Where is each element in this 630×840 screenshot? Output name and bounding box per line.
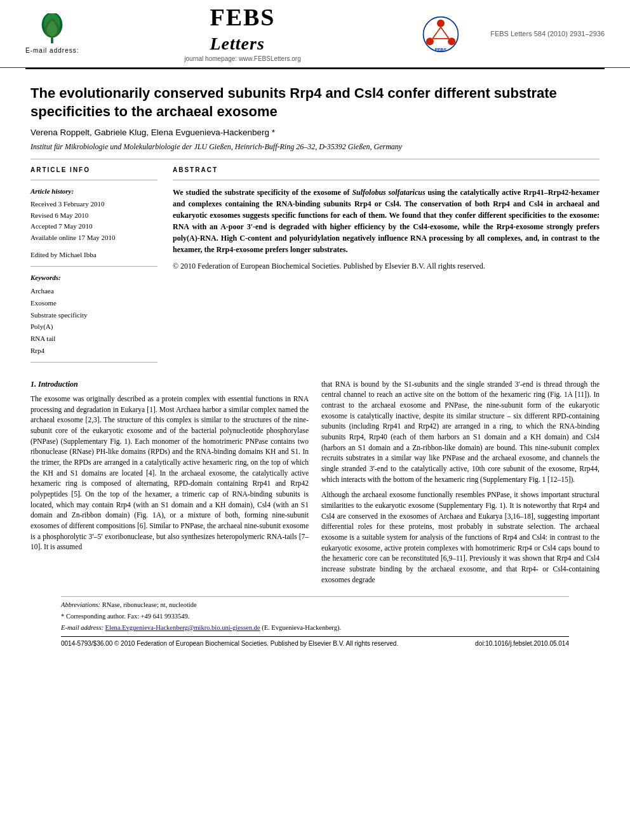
keywords-label: Keywords: (30, 273, 158, 283)
abbreviations: Abbreviations: RNase, ribonuclease; nt, … (61, 601, 569, 610)
available-date: Available online 17 May 2010 (30, 232, 158, 244)
keyword-polya: Poly(A) (30, 321, 158, 333)
svg-point-4 (437, 20, 445, 27)
svg-point-6 (426, 37, 434, 45)
abstract-label: ABSTRACT (173, 166, 600, 175)
doi: doi:10.1016/j.febslet.2010.05.014 (475, 639, 569, 648)
article-info-label: ARTICLE INFO (30, 166, 158, 175)
febs-logo-text: FEBSLetters (210, 5, 275, 53)
received-date: Received 3 February 2010 (30, 199, 158, 210)
journal-citation: FEBS Letters 584 (2010) 2931–2936 (460, 29, 605, 39)
body-right-column: that RNA is bound by the S1-subunits and… (321, 379, 600, 590)
elsevier-logo-container: E-mail address: (25, 13, 170, 55)
page-footer: Abbreviations: RNase, ribonuclease; nt, … (61, 596, 569, 632)
corresponding-author: * Corresponding author. Fax: +49 641 993… (61, 612, 569, 622)
intro-paragraph-1: The exosome was originally described as … (30, 394, 309, 552)
febs-letters-logo: FEBSLetters journal homepage: www.FEBSLe… (170, 5, 315, 63)
abstract-separator (173, 180, 600, 180)
keyword-rna-tail: RNA tail (30, 333, 158, 345)
bottom-footer: 0014-5793/$36.00 © 2010 Federation of Eu… (61, 636, 569, 648)
title-separator (30, 159, 600, 159)
email-line: E-mail address: Elena.Evguenieva-Hackenb… (61, 623, 569, 633)
svg-text:FEBS: FEBS (435, 48, 447, 52)
febs-circle-logo-container: FEBS (315, 15, 460, 53)
editor-line: Edited by Michael Ibba (30, 250, 158, 260)
keyword-rrp4: Rrp4 (30, 345, 158, 357)
body-left-column: 1. Introduction The exosome was original… (30, 379, 309, 590)
elsevier-text: E-mail address: (25, 46, 79, 55)
svg-line-9 (432, 27, 441, 39)
abstract-text: We studied the substrate specificity of … (173, 187, 600, 255)
main-content: The evolutionarily conserved subunits Rr… (0, 69, 630, 661)
introduction-heading: 1. Introduction (30, 379, 309, 390)
elsevier-tree-icon (36, 13, 68, 45)
keyword-substrate: Substrate specificity (30, 309, 158, 321)
info-abstract-section: ARTICLE INFO Article history: Received 3… (30, 166, 600, 369)
journal-homepage: journal homepage: www.FEBSLetters.org (184, 55, 300, 63)
intro-paragraph-2: that RNA is bound by the S1-subunits and… (321, 379, 600, 485)
svg-rect-0 (51, 37, 53, 43)
copyright-notice: 0014-5793/$36.00 © 2010 Federation of Eu… (61, 639, 398, 648)
journal-header: E-mail address: FEBSLetters journal home… (0, 0, 630, 68)
keywords-section: Keywords: Archaea Exosome Substrate spec… (30, 266, 158, 357)
keyword-exosome: Exosome (30, 297, 158, 309)
svg-point-5 (448, 37, 455, 45)
keyword-archaea: Archaea (30, 285, 158, 297)
elsevier-logo: E-mail address: (25, 13, 79, 55)
history-label: Article history: (30, 187, 158, 196)
accepted-date: Accepted 7 May 2010 (30, 221, 158, 232)
abstract-copyright: © 2010 Federation of European Biochemica… (173, 260, 600, 272)
abstract-column: ABSTRACT We studied the substrate specif… (173, 166, 600, 369)
article-info-column: ARTICLE INFO Article history: Received 3… (30, 166, 158, 369)
body-section: 1. Introduction The exosome was original… (30, 379, 600, 590)
febs-circle-icon: FEBS (422, 15, 460, 53)
affiliation: Institut für Mikrobiologie und Molekular… (30, 142, 600, 152)
email-link[interactable]: Elena.Evguenieva-Hackenberg@mikro.bio.un… (105, 624, 260, 631)
keywords-separator (30, 266, 158, 267)
keywords-bottom-separator (30, 362, 158, 363)
article-info-separator (30, 180, 158, 180)
svg-line-7 (441, 27, 449, 39)
authors: Verena Roppelt, Gabriele Klug, Elena Evg… (30, 127, 600, 139)
intro-paragraph-3: Although the archaeal exosome functional… (321, 490, 600, 585)
revised-date: Revised 6 May 2010 (30, 210, 158, 222)
page: E-mail address: FEBSLetters journal home… (0, 0, 630, 840)
article-title: The evolutionarily conserved subunits Rr… (30, 84, 600, 121)
